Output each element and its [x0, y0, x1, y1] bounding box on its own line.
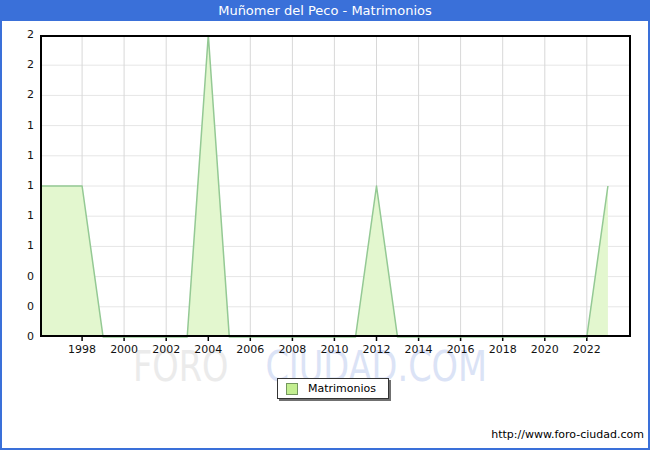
x-tick-label: 2022	[562, 343, 612, 357]
plot-area	[40, 35, 631, 343]
y-tick-label: 2	[0, 28, 34, 42]
y-tick-label: 0	[0, 300, 34, 314]
y-tick-label: 1	[0, 209, 34, 223]
y-tick-label: 1	[0, 119, 34, 133]
y-tick-label: 1	[0, 239, 34, 253]
y-tick-label: 0	[0, 330, 34, 344]
footer-url: http://www.foro-ciudad.com	[491, 428, 644, 441]
y-tick-label: 0	[0, 270, 34, 284]
y-tick-label: 2	[0, 58, 34, 72]
y-tick-label: 1	[0, 149, 34, 163]
legend-box: Matrimonios	[277, 378, 389, 399]
chart-image: Muñomer del Peco - Matrimonios 222111110…	[0, 0, 650, 450]
legend-swatch-icon	[286, 383, 298, 395]
legend-label: Matrimonios	[308, 382, 376, 395]
y-tick-label: 1	[0, 179, 34, 193]
chart-title-bar: Muñomer del Peco - Matrimonios	[0, 0, 650, 21]
chart-title: Muñomer del Peco - Matrimonios	[218, 3, 432, 18]
y-tick-label: 2	[0, 88, 34, 102]
